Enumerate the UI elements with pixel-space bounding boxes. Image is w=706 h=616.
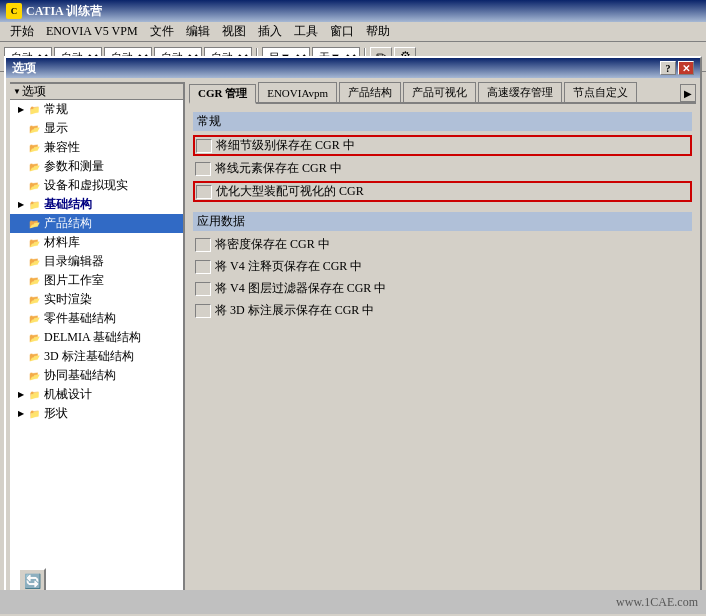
content-panel: CGR 管理 ENOVIAvpm 产品结构 产品可视化 高速缓存管理 节点自定义…: [185, 78, 700, 602]
tree-label-device: 设备和虚拟现实: [44, 177, 128, 194]
tree-item-compat[interactable]: 📂 兼容性: [10, 138, 183, 157]
folder-icon: 📂: [26, 350, 42, 364]
tab-cgr[interactable]: CGR 管理: [189, 84, 256, 104]
checkbox-item-density: 将密度保存在 CGR 中: [193, 235, 692, 254]
menu-help[interactable]: 帮助: [360, 21, 396, 42]
tab-enovia[interactable]: ENOVIAvpm: [258, 82, 337, 102]
tree-item-photo[interactable]: 📂 图片工作室: [10, 271, 183, 290]
tree-label-params: 参数和测量: [44, 158, 104, 175]
tree-label-display: 显示: [44, 120, 68, 137]
tree-label-infra: 基础结构: [44, 196, 92, 213]
tree-item-params[interactable]: 📂 参数和测量: [10, 157, 183, 176]
tree-item-shape[interactable]: ▶ 📁 形状: [10, 404, 183, 423]
checkbox-wire-label: 将线元素保存在 CGR 中: [215, 160, 342, 177]
checkbox-item-v4notes: 将 V4 注释页保存在 CGR 中: [193, 257, 692, 276]
watermark-bar: www.1CAE.com: [0, 590, 706, 614]
watermark-text: www.1CAE.com: [616, 595, 698, 610]
tree-label-photo: 图片工作室: [44, 272, 104, 289]
tree-label-general: 常规: [44, 101, 68, 118]
dialog-body: ▼ 选项 ▶ 📁 常规 📂 显示 📂 兼容性 📂: [6, 78, 700, 602]
tree-expand-infra[interactable]: ▶: [16, 200, 26, 210]
tree-item-mech[interactable]: ▶ 📁 机械设计: [10, 385, 183, 404]
tree-label-mech: 机械设计: [44, 386, 92, 403]
folder-icon: 📂: [26, 293, 42, 307]
tree-label-part-infra: 零件基础结构: [44, 310, 116, 327]
menu-view[interactable]: 视图: [216, 21, 252, 42]
folder-icon: 📂: [26, 236, 42, 250]
content-area: 常规 将细节级别保存在 CGR 中 将线元素保存在 CGR 中 优化大型装配可视…: [189, 108, 696, 598]
checkbox-v4layers-label: 将 V4 图层过滤器保存在 CGR 中: [215, 280, 386, 297]
folder-icon: 📂: [26, 274, 42, 288]
tab-product[interactable]: 产品结构: [339, 82, 401, 102]
tree-item-general[interactable]: ▶ 📁 常规: [10, 100, 183, 119]
tab-nav-next[interactable]: ▶: [680, 84, 696, 102]
tree-label-3d-annot: 3D 标注基础结构: [44, 348, 134, 365]
checkbox-v4notes[interactable]: [195, 260, 211, 274]
tree-root-label: 选项: [22, 83, 46, 100]
tree-collapse-arrow[interactable]: ▼: [12, 87, 22, 97]
tree-expand-general[interactable]: ▶: [16, 105, 26, 115]
checkbox-item-wire: 将线元素保存在 CGR 中: [193, 159, 692, 178]
menu-edit[interactable]: 编辑: [180, 21, 216, 42]
tab-visual[interactable]: 产品可视化: [403, 82, 476, 102]
checkbox-3d[interactable]: [195, 304, 211, 318]
tree-label-materials: 材料库: [44, 234, 80, 251]
checkbox-item-lod: 将细节级别保存在 CGR 中: [193, 135, 692, 156]
menu-window[interactable]: 窗口: [324, 21, 360, 42]
checkbox-v4notes-label: 将 V4 注释页保存在 CGR 中: [215, 258, 362, 275]
folder-icon: 📂: [26, 179, 42, 193]
folder-icon: 📁: [26, 388, 42, 402]
tree-item-materials[interactable]: 📂 材料库: [10, 233, 183, 252]
menu-bar: 开始 ENOVIA V5 VPM 文件 编辑 视图 插入 工具 窗口 帮助: [0, 22, 706, 42]
checkbox-wire[interactable]: [195, 162, 211, 176]
checkbox-density-label: 将密度保存在 CGR 中: [215, 236, 330, 253]
checkbox-optimize-label: 优化大型装配可视化的 CGR: [216, 183, 364, 200]
tree-item-infra[interactable]: ▶ 📁 基础结构: [10, 195, 183, 214]
tree-label-delmia: DELMIA 基础结构: [44, 329, 141, 346]
tabs-bar: CGR 管理 ENOVIAvpm 产品结构 产品可视化 高速缓存管理 节点自定义…: [189, 82, 696, 104]
tree-label-compat: 兼容性: [44, 139, 80, 156]
app-title: CATIA 训练营: [26, 3, 102, 20]
tree-expand-mech[interactable]: ▶: [16, 390, 26, 400]
checkbox-v4layers[interactable]: [195, 282, 211, 296]
menu-start[interactable]: 开始: [4, 21, 40, 42]
dialog-title-label: 选项: [12, 60, 36, 77]
folder-icon: 📁: [26, 407, 42, 421]
tree-item-3d-annot[interactable]: 📂 3D 标注基础结构: [10, 347, 183, 366]
folder-icon: 📂: [26, 369, 42, 383]
menu-file[interactable]: 文件: [144, 21, 180, 42]
tree-item-part-infra[interactable]: 📂 零件基础结构: [10, 309, 183, 328]
tree-item-device[interactable]: 📂 设备和虚拟现实: [10, 176, 183, 195]
checkbox-lod[interactable]: [196, 139, 212, 153]
menu-tools[interactable]: 工具: [288, 21, 324, 42]
menu-insert[interactable]: 插入: [252, 21, 288, 42]
folder-orange-icon: 📂: [26, 217, 42, 231]
dialog-help-button[interactable]: ?: [660, 61, 676, 75]
folder-blue-icon: 📁: [26, 198, 42, 212]
checkbox-optimize[interactable]: [196, 185, 212, 199]
tree-item-product-structure[interactable]: 📂 产品结构: [10, 214, 183, 233]
tree-item-display[interactable]: 📂 显示: [10, 119, 183, 138]
tab-cache[interactable]: 高速缓存管理: [478, 82, 562, 102]
tree-item-delmia[interactable]: 📂 DELMIA 基础结构: [10, 328, 183, 347]
folder-icon: 📂: [26, 160, 42, 174]
checkbox-item-optimize: 优化大型装配可视化的 CGR: [193, 181, 692, 202]
tab-node[interactable]: 节点自定义: [564, 82, 637, 102]
tree-label-product-structure: 产品结构: [44, 215, 92, 232]
section-general-header: 常规: [193, 112, 692, 131]
tree-item-collab[interactable]: 📂 协同基础结构: [10, 366, 183, 385]
tree-item-realtime[interactable]: 📂 实时渲染: [10, 290, 183, 309]
checkbox-density[interactable]: [195, 238, 211, 252]
options-dialog: 选项 ? ✕ ▼ 选项 ▶ 📁 常规 📂 显示: [4, 56, 702, 604]
tree-item-catalog[interactable]: 📂 目录编辑器: [10, 252, 183, 271]
dialog-close-button[interactable]: ✕: [678, 61, 694, 75]
tree-expand-shape[interactable]: ▶: [16, 409, 26, 419]
folder-icon: 📂: [26, 312, 42, 326]
folder-icon: 📂: [26, 122, 42, 136]
folder-icon: 📂: [26, 141, 42, 155]
dialog-title-buttons: ? ✕: [660, 61, 694, 75]
menu-enovia[interactable]: ENOVIA V5 VPM: [40, 22, 144, 41]
app-icon: C: [6, 3, 22, 19]
restore-icon: 🔄: [24, 573, 41, 590]
checkbox-item-v4layers: 将 V4 图层过滤器保存在 CGR 中: [193, 279, 692, 298]
